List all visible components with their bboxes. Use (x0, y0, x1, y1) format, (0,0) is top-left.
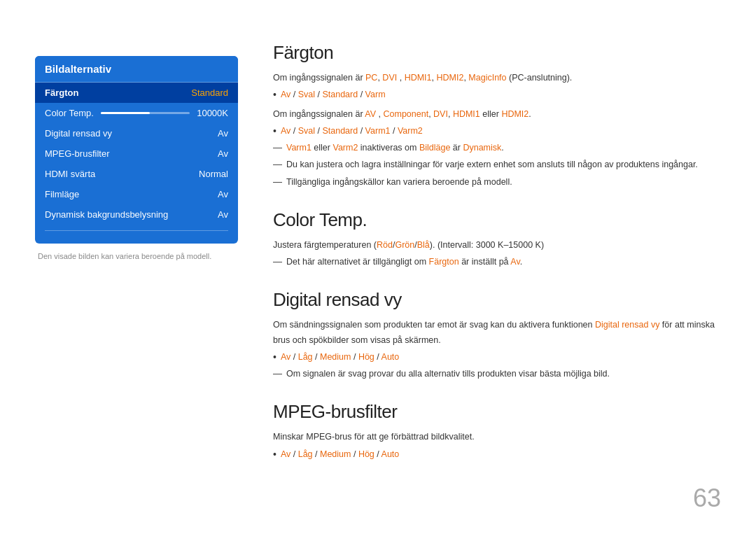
section-body-mpegbrus: Minskar MPEG-brus för att ge förbättrad … (273, 430, 728, 462)
link-av-mpeg[interactable]: Av (281, 449, 290, 459)
bullet-dot: • (273, 87, 276, 102)
dash-digital-1: — Om signalen är svag provar du alla alt… (273, 367, 728, 381)
link-hdmi1[interactable]: HDMI1 (405, 73, 432, 83)
left-panel: Bildalternativ Färgton Standard Color Te… (35, 56, 238, 260)
sidebar-divider (45, 230, 228, 231)
dash-2: — Du kan justera och lagra inställningar… (273, 157, 728, 172)
dash-symbol-dig: — (273, 367, 282, 381)
dash-colortemp-1: — Det här alternativet är tillgängligt o… (273, 255, 728, 269)
section-title-colortemp: Color Temp. (273, 209, 728, 231)
link-varm2b[interactable]: Varm2 (332, 143, 358, 153)
sidebar-item-value: Av (218, 189, 228, 199)
bullet-digital: • Av / Låg / Medium / Hög / Auto (273, 350, 728, 365)
link-dynamisk[interactable]: Dynamisk (463, 143, 501, 153)
right-content: Färgton Om ingångssignalen är PC, DVI , … (273, 42, 728, 482)
section-colortemp: Color Temp. Justera färgtemperaturen (Rö… (273, 209, 728, 270)
link-sval2[interactable]: Sval (298, 126, 315, 136)
slider-track (101, 112, 190, 114)
bottom-note: Den visade bilden kan variera beroende p… (35, 252, 238, 260)
section-digitalrensad: Digital rensad vy Om sändningssignalen s… (273, 289, 728, 381)
section-title-fargton: Färgton (273, 42, 728, 64)
sidebar-item-label: HDMI svärtа (45, 169, 95, 179)
dash-text-ct: Det här alternativet är tillgängligt om … (286, 255, 522, 269)
dash-text-1: Varm1 eller Varm2 inaktiveras om Bildläg… (286, 141, 504, 155)
section-title-digitalrensad: Digital rensad vy (273, 289, 728, 311)
sidebar-item-label: Digital rensad vy (45, 128, 112, 139)
link-varm[interactable]: Varm (365, 90, 386, 99)
sidebar-item-colortemp[interactable]: Color Temp. 10000K (35, 103, 238, 123)
link-lag-mpeg[interactable]: Låg (298, 449, 313, 459)
section-title-mpegbrus: MPEG-brusfilter (273, 401, 728, 423)
dash-text-dig: Om signalen är svag provar du alla alter… (286, 367, 610, 381)
sidebar-item-value: Av (218, 148, 228, 159)
bullet-text-2: Av / Sval / Standard / Varm1 / Varm2 (281, 124, 423, 139)
section-fargton: Färgton Om ingångssignalen är PC, DVI , … (273, 42, 728, 190)
sidebar-item-label: Color Temp. (45, 108, 94, 118)
bullet-2: • Av / Sval / Standard / Varm1 / Varm2 (273, 124, 728, 139)
link-medium-mpeg[interactable]: Medium (320, 449, 351, 459)
link-av3[interactable]: Av (281, 126, 290, 136)
sidebar-item-value: Av (218, 128, 228, 139)
bullet-dot-2: • (273, 124, 276, 139)
link-standard[interactable]: Standard (322, 90, 358, 99)
link-bildlage[interactable]: Bildläge (419, 143, 450, 153)
sidebar-item-dynamisk[interactable]: Dynamisk bakgrundsbelysning Av (35, 204, 238, 225)
link-pc[interactable]: PC (365, 73, 377, 83)
sidebar-item-label: Filmläge (45, 189, 79, 199)
link-rod[interactable]: Röd (377, 240, 393, 250)
dash-symbol-1: — (273, 141, 282, 155)
section-body-fargton: Om ingångssignalen är PC, DVI , HDMI1, H… (273, 71, 728, 190)
link-av-ct[interactable]: Av (510, 257, 519, 267)
section-body-digitalrensad: Om sändningssignalen som produkten tar e… (273, 318, 728, 381)
sidebar-item-label: Dynamisk bakgrundsbelysning (45, 209, 168, 220)
bullet-1: • Av / Sval / Standard / Varm (273, 87, 728, 102)
link-hdmi2[interactable]: HDMI2 (436, 73, 463, 83)
link-sval[interactable]: Sval (298, 90, 315, 99)
link-varm1[interactable]: Varm1 (365, 126, 391, 136)
page-number: 63 (693, 484, 721, 513)
link-varm1b[interactable]: Varm1 (286, 143, 312, 153)
link-fargton[interactable]: Färgton (429, 257, 459, 267)
dash-symbol-3: — (273, 175, 282, 190)
link-dvi2[interactable]: DVI (433, 109, 448, 119)
bullet-text: Av / Sval / Standard / Varm (281, 87, 386, 102)
link-dvi[interactable]: DVI (382, 73, 397, 83)
sidebar-item-value: Standard (191, 87, 228, 98)
sidebar-title: Bildalternativ (35, 56, 238, 83)
dash-text-3: Tillgängliga ingångskällor kan variera b… (286, 175, 512, 190)
link-medium[interactable]: Medium (320, 352, 351, 362)
link-auto-mpeg[interactable]: Auto (382, 449, 400, 459)
link-auto[interactable]: Auto (382, 352, 400, 362)
link-varm2[interactable]: Varm2 (398, 126, 423, 136)
link-digitalrensad[interactable]: Digital rensad vy (595, 320, 659, 330)
link-av2[interactable]: AV (365, 109, 376, 119)
link-component[interactable]: Component (384, 109, 429, 119)
dash-text-2: Du kan justera och lagra inställningar f… (286, 157, 698, 172)
sidebar-item-hdmisvartan[interactable]: HDMI svärtа Normal (35, 164, 238, 184)
link-hdmi1b[interactable]: HDMI1 (453, 109, 480, 119)
link-hog[interactable]: Hög (358, 352, 374, 362)
sidebar-item-label: Färgton (45, 87, 78, 98)
sidebar-item-digitalrensad[interactable]: Digital rensad vy Av (35, 123, 238, 143)
link-lag[interactable]: Låg (298, 352, 313, 362)
link-av[interactable]: Av (281, 90, 290, 99)
section-body-colortemp: Justera färgtemperaturen (Röd/Grön/Blå).… (273, 238, 728, 270)
bullet-mpeg: • Av / Låg / Medium / Hög / Auto (273, 447, 728, 462)
link-standard2[interactable]: Standard (322, 126, 358, 136)
link-gron[interactable]: Grön (395, 240, 414, 250)
sidebar-item-fargton[interactable]: Färgton Standard (35, 83, 238, 103)
dash-3: — Tillgängliga ingångskällor kan variera… (273, 175, 728, 190)
sidebar-item-value: Normal (199, 169, 228, 179)
link-bla[interactable]: Blå (417, 240, 430, 250)
slider-fill (101, 112, 150, 114)
dash-symbol-ct: — (273, 255, 282, 269)
bullet-dot-mpeg: • (273, 447, 276, 462)
bullet-text-mpeg: Av / Låg / Medium / Hög / Auto (281, 447, 399, 462)
sidebar-item-label: MPEG-brusfilter (45, 148, 109, 159)
link-hog-mpeg[interactable]: Hög (358, 449, 374, 459)
sidebar-item-mpegbrus[interactable]: MPEG-brusfilter Av (35, 143, 238, 164)
link-av-dig[interactable]: Av (281, 352, 290, 362)
sidebar-item-filmlage[interactable]: Filmläge Av (35, 184, 238, 204)
link-magicinfo[interactable]: MagicInfo (468, 73, 506, 83)
link-hdmi2b[interactable]: HDMI2 (501, 109, 528, 119)
